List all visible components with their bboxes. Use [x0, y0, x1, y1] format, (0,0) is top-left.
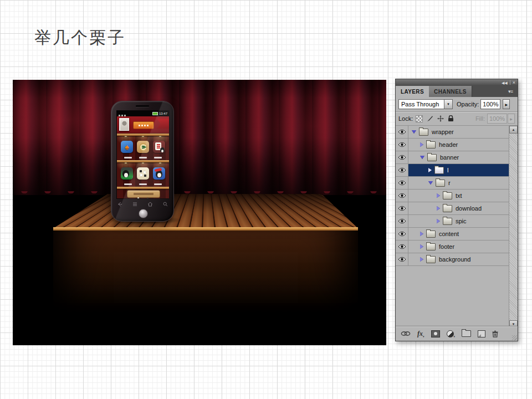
layer-name[interactable]: footer: [439, 243, 454, 250]
shelf-ledge: [117, 134, 169, 136]
delete-layer-icon[interactable]: [492, 329, 498, 338]
layer-name[interactable]: header: [439, 141, 458, 148]
opacity-value[interactable]: 100%: [480, 99, 500, 109]
group-folder-icon: [426, 141, 436, 149]
panel-toolbar: fx▾ ▾: [396, 326, 518, 341]
shelf-row-2: [117, 162, 169, 187]
panel-titlebar: ◀◀ ×: [396, 79, 518, 86]
expand-triangle-icon[interactable]: [428, 181, 433, 185]
screen-bottom-section: [117, 189, 169, 199]
stage-image: 13:47 ♠: [13, 80, 386, 345]
app-icon-chinese-chess: [137, 141, 149, 153]
collapse-panel-icon[interactable]: ◀◀: [502, 81, 508, 85]
tabbar-spacer: [472, 86, 503, 97]
tab-layers[interactable]: LAYERS: [396, 86, 429, 97]
back-icon: [117, 202, 122, 207]
expand-triangle-icon[interactable]: [412, 130, 416, 134]
close-panel-icon[interactable]: ×: [513, 81, 515, 85]
layer-row[interactable]: banner: [396, 151, 509, 164]
layer-name[interactable]: banner: [440, 154, 459, 161]
visibility-eye-icon[interactable]: [396, 253, 408, 265]
scroll-up-icon[interactable]: ▲: [509, 126, 518, 134]
layer-name[interactable]: wrapper: [432, 129, 454, 135]
expand-triangle-icon[interactable]: [428, 168, 432, 172]
tab-channels[interactable]: CHANNELS: [429, 86, 472, 97]
group-folder-icon: [426, 231, 436, 238]
link-layers-icon[interactable]: [401, 329, 411, 338]
earpiece: [136, 105, 149, 107]
new-adjustment-layer-icon[interactable]: ▾: [447, 329, 456, 338]
dropdown-arrow-icon[interactable]: ▼: [444, 100, 452, 109]
group-folder-icon: [426, 243, 436, 250]
divider: [510, 80, 510, 85]
visibility-eye-icon[interactable]: [396, 215, 408, 227]
resize-grip[interactable]: [512, 335, 517, 340]
layer-name[interactable]: txt: [456, 192, 462, 199]
opacity-spinner-icon[interactable]: ▶: [503, 99, 510, 109]
layer-row[interactable]: wrapper: [396, 126, 509, 139]
new-group-icon[interactable]: [462, 330, 471, 337]
layer-row[interactable]: r: [396, 177, 509, 190]
ribbon-decoration: [157, 119, 169, 129]
expand-triangle-icon[interactable]: [420, 156, 424, 159]
visibility-eye-icon[interactable]: [396, 139, 408, 151]
panel-tabs: LAYERS CHANNELS ▾≡: [396, 86, 518, 97]
phone-screen: 13:47 ♠: [116, 110, 170, 199]
expand-triangle-icon[interactable]: [420, 142, 423, 147]
lock-pixels-brush-icon[interactable]: [426, 115, 433, 122]
visibility-eye-icon[interactable]: [396, 228, 408, 240]
visibility-eye-icon[interactable]: [396, 190, 408, 202]
lock-position-icon[interactable]: [437, 115, 444, 122]
panel-menu-icon[interactable]: ▾≡: [503, 86, 518, 97]
trackball: [139, 209, 148, 218]
expand-triangle-icon[interactable]: [420, 244, 423, 249]
visibility-eye-icon[interactable]: [396, 151, 408, 163]
expand-triangle-icon[interactable]: [437, 219, 440, 223]
layer-row[interactable]: header: [396, 139, 509, 151]
lock-transparency-icon[interactable]: [416, 115, 423, 122]
menu-icon: [132, 202, 137, 207]
smartphone: 13:47 ♠: [111, 101, 174, 222]
expand-triangle-icon[interactable]: [437, 206, 440, 211]
new-layer-icon[interactable]: [478, 330, 485, 337]
group-folder-icon: [443, 192, 452, 200]
layer-row[interactable]: l: [396, 164, 509, 177]
visibility-eye-icon[interactable]: [396, 241, 408, 253]
group-folder-icon: [443, 205, 452, 212]
photoshop-layers-panel: ◀◀ × LAYERS CHANNELS ▾≡ Pass Through ▼ O…: [395, 79, 518, 341]
group-folder-icon: [419, 129, 428, 136]
layer-row[interactable]: content: [396, 228, 509, 241]
lock-all-icon[interactable]: [447, 115, 454, 122]
app-icon-spade-card-game: ♠: [121, 141, 133, 153]
layer-name[interactable]: r: [448, 180, 451, 186]
layer-row[interactable]: download: [396, 202, 509, 215]
scrollbar[interactable]: ▲ ▼: [509, 126, 518, 328]
layer-name[interactable]: download: [456, 205, 482, 212]
layer-name[interactable]: content: [439, 231, 459, 237]
expand-triangle-icon[interactable]: [420, 232, 423, 236]
add-layer-mask-icon[interactable]: [431, 330, 440, 337]
visibility-eye-icon[interactable]: [396, 202, 408, 214]
app-labels: [117, 157, 169, 158]
layer-name[interactable]: spic: [456, 218, 467, 224]
app-labels: [117, 183, 169, 185]
stage-front-face: [53, 231, 358, 325]
visibility-eye-icon[interactable]: [396, 164, 408, 176]
group-folder-icon: [426, 256, 436, 263]
blend-mode-select[interactable]: Pass Through ▼: [398, 99, 453, 109]
layer-row[interactable]: background: [396, 253, 509, 266]
layer-style-fx-icon[interactable]: fx▾: [417, 329, 424, 338]
visibility-eye-icon[interactable]: [396, 177, 408, 189]
layer-name[interactable]: l: [447, 167, 448, 173]
app-icon-mahjong: [153, 141, 165, 153]
layer-row[interactable]: footer: [396, 241, 509, 253]
layer-name[interactable]: background: [439, 256, 471, 263]
expand-triangle-icon[interactable]: [437, 193, 440, 198]
expand-triangle-icon[interactable]: [420, 257, 423, 262]
group-folder-icon: [436, 180, 445, 187]
layer-row[interactable]: spic: [396, 215, 509, 228]
visibility-eye-icon[interactable]: [396, 126, 408, 138]
slide-title: 举几个栗子: [34, 27, 126, 49]
page-indicator: [137, 197, 149, 199]
layer-row[interactable]: txt: [396, 190, 509, 202]
